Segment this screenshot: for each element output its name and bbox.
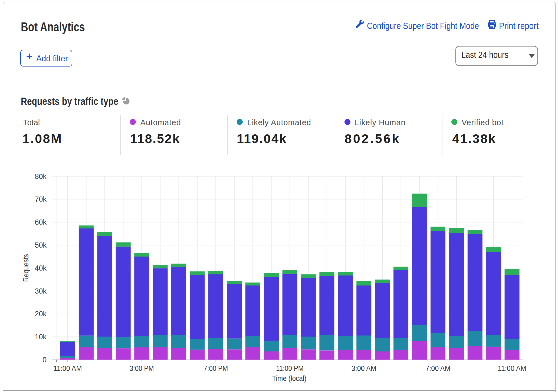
svg-text:3:00 AM: 3:00 AM bbox=[352, 364, 376, 373]
svg-text:7:00 PM: 7:00 PM bbox=[203, 364, 228, 373]
svg-text:7:00 AM: 7:00 AM bbox=[425, 364, 450, 373]
svg-text:40k: 40k bbox=[35, 264, 47, 272]
svg-text:11:00 PM: 11:00 PM bbox=[276, 364, 304, 373]
svg-text:80k: 80k bbox=[35, 172, 47, 181]
svg-text:11:00 AM: 11:00 AM bbox=[498, 364, 526, 373]
svg-text:Time (local): Time (local) bbox=[272, 374, 307, 383]
svg-text:0: 0 bbox=[42, 356, 47, 364]
svg-text:20k: 20k bbox=[35, 310, 47, 318]
svg-text:70k: 70k bbox=[35, 195, 47, 203]
svg-text:11:00 AM: 11:00 AM bbox=[54, 364, 82, 373]
svg-text:Requests: Requests bbox=[22, 254, 30, 282]
svg-text:30k: 30k bbox=[35, 287, 47, 295]
svg-text:10k: 10k bbox=[35, 333, 47, 341]
svg-text:60k: 60k bbox=[35, 218, 47, 226]
svg-text:50k: 50k bbox=[35, 241, 47, 249]
svg-text:3:00 PM: 3:00 PM bbox=[130, 364, 154, 373]
